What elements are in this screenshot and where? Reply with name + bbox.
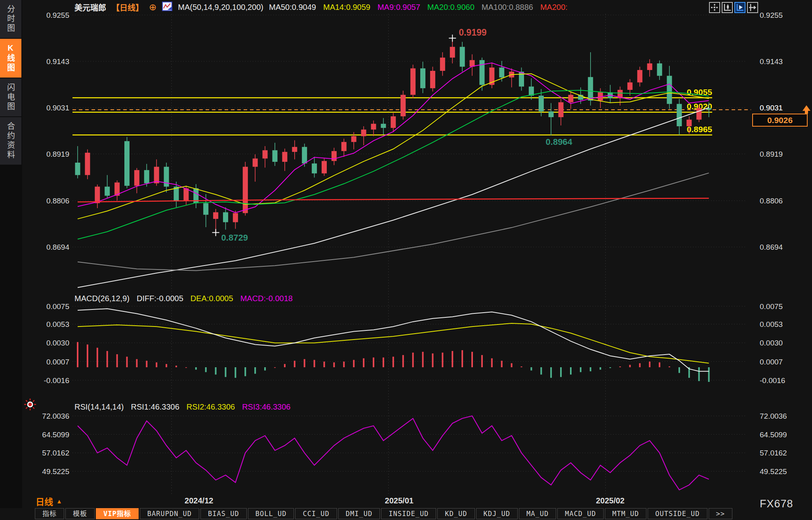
- svg-text:-0.0016: -0.0016: [44, 376, 69, 385]
- chevron-up-icon: ▲: [56, 498, 62, 505]
- svg-text:72.0036: 72.0036: [42, 412, 69, 420]
- svg-text:0.0030: 0.0030: [760, 339, 783, 347]
- axis-shift-icon[interactable]: [747, 2, 758, 13]
- svg-text:64.5099: 64.5099: [760, 431, 787, 439]
- svg-text:0.0007: 0.0007: [760, 358, 783, 366]
- period-selector[interactable]: 日线 ▲: [36, 495, 62, 507]
- axis-candle-icon[interactable]: [722, 2, 733, 13]
- svg-text:0.8806: 0.8806: [46, 197, 69, 205]
- svg-text:0.8806: 0.8806: [760, 197, 783, 205]
- svg-text:0.9026: 0.9026: [767, 116, 793, 125]
- tab-vip[interactable]: VIP指标: [96, 508, 139, 519]
- axis-play-icon[interactable]: [734, 2, 745, 13]
- left-sidebar: 分时图K线图闪电图合约资料: [0, 0, 22, 508]
- tab-bias_ud[interactable]: BIAS_UD: [200, 508, 247, 519]
- chart-canvas[interactable]: 0.92550.92550.91430.91430.90310.90310.89…: [0, 0, 812, 520]
- add-overlay-icon[interactable]: ⊕: [149, 3, 156, 11]
- chart-icon[interactable]: [162, 2, 172, 13]
- svg-text:0.9143: 0.9143: [760, 57, 783, 66]
- svg-text:0.9255: 0.9255: [760, 11, 783, 19]
- svg-text:0.9199: 0.9199: [459, 27, 486, 38]
- tab-kd_ud[interactable]: KD_UD: [437, 508, 475, 519]
- tab-[interactable]: 模板: [65, 508, 95, 519]
- tab-barupdn_ud[interactable]: BARUPDN_UD: [140, 508, 199, 519]
- indicator-tabbar: 指标模板VIP指标BARUPDN_UDBIAS_UDBOLL_UDCCI_UDD…: [35, 508, 732, 520]
- svg-text:0.9255: 0.9255: [46, 11, 69, 19]
- svg-text:0.9031: 0.9031: [760, 104, 783, 112]
- svg-text:0.8919: 0.8919: [46, 150, 69, 158]
- sidebar-item-0[interactable]: 分时图: [0, 0, 21, 38]
- svg-text:64.5099: 64.5099: [42, 431, 69, 439]
- tab-[interactable]: >>: [709, 508, 732, 519]
- svg-text:72.0036: 72.0036: [760, 412, 787, 420]
- period-selector-label: 日线: [36, 495, 53, 507]
- svg-text:0.8694: 0.8694: [760, 243, 783, 251]
- svg-text:0.9143: 0.9143: [46, 57, 69, 66]
- svg-text:49.5225: 49.5225: [760, 467, 787, 476]
- svg-text:0.0053: 0.0053: [760, 320, 783, 328]
- svg-text:0.8694: 0.8694: [46, 243, 70, 251]
- svg-text:49.5225: 49.5225: [42, 467, 69, 476]
- tab-kdj_ud[interactable]: KDJ_UD: [476, 508, 518, 519]
- tab-[interactable]: 指标: [35, 508, 64, 519]
- svg-text:57.0162: 57.0162: [760, 449, 787, 457]
- svg-text:2025/01: 2025/01: [385, 496, 414, 505]
- record-indicator-icon[interactable]: [24, 398, 36, 412]
- chart-toolbar: [709, 2, 758, 13]
- sidebar-item-3[interactable]: 合约资料: [0, 117, 21, 165]
- sidebar-item-2[interactable]: 闪电图: [0, 78, 21, 116]
- watermark: FX678: [760, 498, 793, 510]
- tab-ma_ud[interactable]: MA_UD: [519, 508, 556, 519]
- tab-boll_ud[interactable]: BOLL_UD: [248, 508, 294, 519]
- svg-text:0.0075: 0.0075: [760, 302, 783, 311]
- svg-text:0.9031: 0.9031: [46, 104, 69, 112]
- tab-outside_ud[interactable]: OUTSIDE_UD: [648, 508, 707, 519]
- chart-application: 0.92550.92550.91430.91430.90310.90310.89…: [0, 0, 812, 520]
- svg-text:0.0007: 0.0007: [46, 358, 69, 366]
- svg-text:0.8919: 0.8919: [760, 150, 783, 158]
- svg-text:-0.0016: -0.0016: [760, 376, 785, 385]
- tab-inside_ud[interactable]: INSIDE_UD: [381, 508, 436, 519]
- svg-text:0.0053: 0.0053: [46, 320, 69, 328]
- move-icon[interactable]: [709, 2, 720, 13]
- tab-dmi_ud[interactable]: DMI_UD: [338, 508, 380, 519]
- tab-mtm_ud[interactable]: MTM_UD: [605, 508, 646, 519]
- svg-text:0.8964: 0.8964: [546, 137, 573, 147]
- tab-macd_ud[interactable]: MACD_UD: [557, 508, 604, 519]
- svg-text:0.8729: 0.8729: [221, 233, 248, 243]
- svg-text:2025/02: 2025/02: [596, 496, 624, 505]
- tab-cci_ud[interactable]: CCI_UD: [295, 508, 337, 519]
- svg-text:0.0030: 0.0030: [46, 339, 69, 347]
- svg-text:2024/12: 2024/12: [185, 496, 213, 505]
- svg-text:57.0162: 57.0162: [42, 449, 69, 457]
- sidebar-item-1[interactable]: K线图: [0, 39, 21, 78]
- svg-text:0.0075: 0.0075: [46, 302, 69, 311]
